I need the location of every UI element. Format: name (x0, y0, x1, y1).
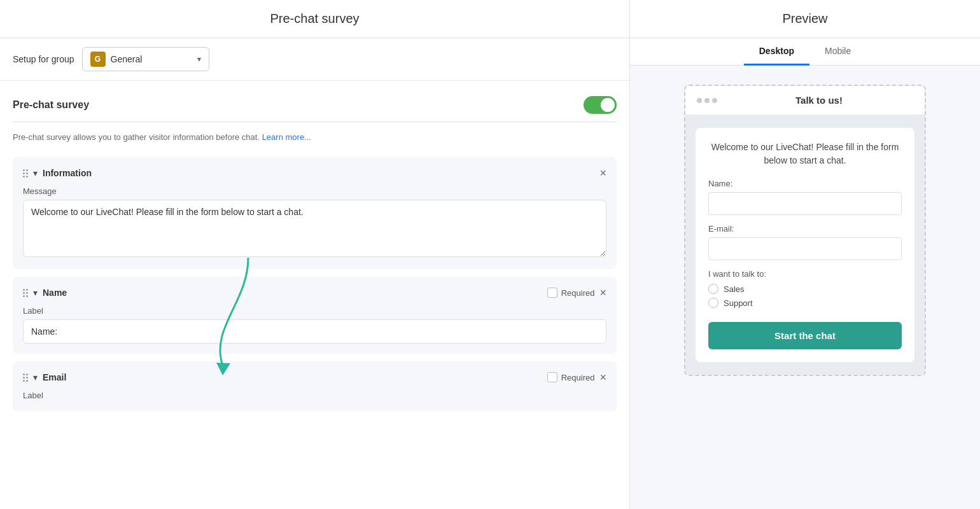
name-card: ▾ Name Required × Label (13, 277, 617, 354)
chat-radio-label: I want to talk to: (708, 269, 902, 279)
right-header: Preview (630, 0, 980, 38)
right-panel: Preview Desktop Mobile Talk to us! Welco… (630, 0, 980, 509)
drag-handle-name[interactable] (23, 289, 28, 297)
chat-dot-2 (704, 98, 710, 103)
group-name: General (111, 54, 192, 64)
setup-bar: Setup for group G General ▾ (0, 38, 629, 81)
preview-area: Talk to us! Welcome to our LiveChat! Ple… (630, 66, 980, 509)
chat-email-field[interactable] (708, 237, 902, 260)
drag-handle-information[interactable] (23, 169, 28, 178)
radio-circle-support[interactable] (708, 298, 718, 308)
expand-icon-information[interactable]: ▾ (33, 168, 38, 178)
radio-label-sales: Sales (724, 284, 745, 294)
chat-radio-group: I want to talk to: Sales Support (708, 269, 902, 308)
required-checkbox-email[interactable] (547, 372, 557, 382)
name-card-actions: Required × (547, 287, 606, 298)
left-content: Pre-chat survey Pre-chat survey allows y… (0, 81, 629, 509)
required-label-name: Required (561, 288, 595, 298)
chat-dot-1 (697, 98, 702, 103)
required-row-email: Required (547, 372, 595, 382)
name-field-label: Label (23, 306, 606, 316)
required-checkbox-name[interactable] (547, 288, 557, 298)
survey-toggle[interactable] (584, 96, 617, 114)
chat-name-label: Name: (708, 179, 902, 188)
survey-description: Pre-chat survey allows you to gather vis… (13, 132, 617, 142)
card-header-left: ▾ Information (23, 168, 92, 178)
information-card: ▾ Information × Message Welcome to our L… (13, 157, 617, 269)
chat-widget-header: Talk to us! (685, 86, 925, 115)
learn-more-link[interactable]: Learn more... (262, 132, 311, 142)
toggle-slider (584, 96, 617, 114)
survey-section-title: Pre-chat survey (13, 99, 89, 111)
group-avatar: G (90, 52, 106, 67)
required-label-email: Required (561, 373, 595, 382)
tab-mobile[interactable]: Mobile (809, 38, 866, 66)
message-field-label: Message (23, 186, 606, 196)
card-header-email-left: ▾ Email (23, 372, 66, 382)
required-row-name: Required (547, 288, 595, 298)
expand-icon-email[interactable]: ▾ (33, 372, 38, 382)
email-card-actions: Required × (547, 372, 606, 383)
drag-handle-email[interactable] (23, 373, 28, 382)
chat-dots (697, 98, 717, 103)
close-name-button[interactable]: × (599, 287, 606, 298)
left-panel: Pre-chat survey Setup for group G Genera… (0, 0, 630, 509)
name-input[interactable] (23, 319, 606, 344)
chat-widget: Talk to us! Welcome to our LiveChat! Ple… (684, 85, 926, 376)
email-card: ▾ Email Required × Label (13, 361, 617, 412)
card-title-information: Information (43, 168, 92, 178)
chat-inner: Welcome to our LiveChat! Please fill in … (696, 128, 914, 362)
card-header-information: ▾ Information × (23, 167, 606, 179)
card-title-email: Email (43, 372, 66, 382)
preview-title: Preview (643, 11, 967, 26)
chat-radio-sales: Sales (708, 284, 902, 294)
close-email-button[interactable]: × (599, 372, 606, 383)
chat-name-field[interactable] (708, 192, 902, 215)
setup-label: Setup for group (13, 54, 74, 64)
chat-dot-3 (712, 98, 717, 103)
message-textarea[interactable]: Welcome to our LiveChat! Please fill in … (23, 200, 606, 257)
left-title: Pre-chat survey (13, 11, 617, 26)
chat-header-title: Talk to us! (725, 95, 913, 106)
survey-divider (13, 122, 617, 122)
start-chat-button[interactable]: Start the chat (708, 322, 902, 349)
card-header-name: ▾ Name Required × (23, 287, 606, 298)
survey-header: Pre-chat survey (13, 96, 617, 114)
chevron-down-icon: ▾ (197, 55, 201, 64)
radio-label-support: Support (724, 298, 753, 308)
preview-tabs: Desktop Mobile (630, 38, 980, 66)
left-header: Pre-chat survey (0, 0, 629, 38)
group-select[interactable]: G General ▾ (82, 47, 209, 71)
tab-desktop[interactable]: Desktop (744, 38, 809, 66)
chat-radio-support: Support (708, 298, 902, 308)
close-information-button[interactable]: × (599, 167, 606, 179)
email-field-label: Label (23, 391, 606, 400)
card-header-email: ▾ Email Required × (23, 372, 606, 383)
radio-circle-sales[interactable] (708, 284, 718, 294)
expand-icon-name[interactable]: ▾ (33, 288, 38, 298)
chat-email-label: E-mail: (708, 224, 902, 234)
chat-body: Welcome to our LiveChat! Please fill in … (685, 115, 925, 375)
card-header-name-left: ▾ Name (23, 288, 67, 298)
card-title-name: Name (43, 288, 67, 298)
chat-welcome-text: Welcome to our LiveChat! Please fill in … (708, 141, 902, 167)
